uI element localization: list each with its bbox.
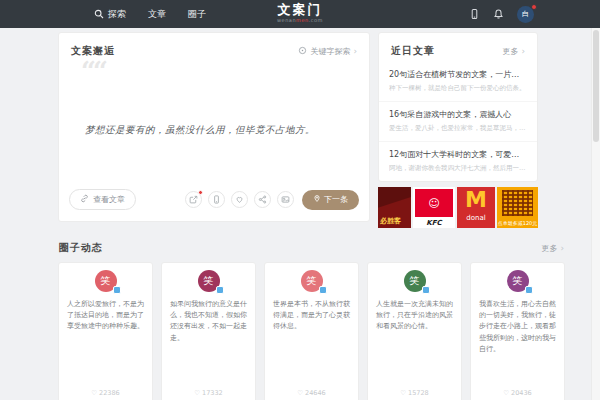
quote-text: 梦想还是要有的，虽然没什么用，但毕竟不占地方。	[85, 124, 349, 137]
site-domain: wenanmen.com	[277, 17, 323, 23]
post-likes[interactable]: ♡ 17332	[162, 389, 255, 397]
post-avatar: 笑	[95, 270, 117, 292]
ad-tile-pizza-hut[interactable]: 必胜客	[378, 187, 411, 228]
ad-tile-mcdonalds[interactable]: M donal	[457, 187, 495, 228]
mcdonalds-arches-icon: M	[465, 187, 487, 213]
article-subtitle: 阿地，谢谢你教会我四大洋七大洲，然后用一张试...	[389, 164, 527, 173]
article-title: 16句采自游戏中的文案，震撼人心	[389, 109, 527, 120]
like-count: 24646	[305, 389, 326, 397]
ad-tile-kfc[interactable]: ☺ KFC	[413, 187, 455, 228]
verified-badge-icon	[216, 286, 224, 294]
scrollbar-thumb[interactable]	[593, 30, 599, 142]
verified-badge-icon	[113, 286, 121, 294]
chevron-right-icon: ›	[560, 244, 564, 253]
post-likes[interactable]: ♡ 20436	[471, 389, 564, 397]
article-subtitle: 爱生活，爱八卦，也爱拉家常，我是草泥马，四天...	[389, 124, 527, 133]
article-title: 12句面对十大学科时的文案，可爱的表达了无...	[389, 149, 527, 160]
post-text: 人生就是一次充满未知的旅行，只在乎沿途的风景和看风景的心情。	[376, 299, 453, 333]
verified-badge-icon	[319, 286, 327, 294]
like-icon: ♡	[503, 389, 509, 397]
like-count: 20436	[511, 389, 532, 397]
article-item[interactable]: 16句采自游戏中的文案，震撼人心 爱生活，爱八卦，也爱拉家常，我是草泥马，四天.…	[379, 101, 537, 141]
post-text: 如果问我旅行的意义是什么，我也不知道，假如你还没有出发，不如一起走走。	[170, 299, 247, 344]
page-content: 文案邂逅 关键字探索 › ““ 梦想还是要有的，虽然没什么用，但毕竟不占地方。	[58, 32, 565, 400]
article-subtitle: 种下一棵树，就是给自己留下一份爱心的信条。	[389, 84, 527, 93]
user-avatar[interactable]: 白	[517, 6, 534, 23]
next-quote-button[interactable]: 下一条	[302, 190, 359, 210]
post-card[interactable]: 笑 人生就是一次充满未知的旅行，只在乎沿途的风景和看风景的心情。 ♡ 15728	[367, 262, 462, 400]
view-article-button[interactable]: 查看文章	[69, 189, 136, 210]
post-likes[interactable]: ♡ 22386	[59, 389, 152, 397]
like-icon: ♡	[91, 389, 97, 397]
publish-button[interactable]	[185, 191, 202, 208]
nav-label-explore: 探索	[108, 8, 126, 21]
publish-badge	[198, 190, 203, 195]
search-icon	[94, 9, 104, 19]
post-avatar: 笑	[198, 270, 220, 292]
kfc-label: KFC	[413, 217, 455, 228]
post-card[interactable]: 笑 世界是本书，不从旅行获得满足，而是为了心灵获得休息。 ♡ 24646	[264, 262, 359, 400]
quote-mark-icon: ““	[81, 56, 105, 86]
post-likes[interactable]: ♡ 15728	[368, 389, 461, 397]
chevron-right-icon: ›	[353, 47, 357, 56]
page-scrollbar	[591, 28, 600, 400]
pin-icon	[313, 194, 321, 205]
next-quote-label: 下一条	[324, 194, 348, 205]
post-text: 我喜欢生活，用心去自然的一切美好，我旅行，徒步行走在小路上，观看那些我所到的，这…	[479, 299, 556, 355]
food-ad-banner: 必胜客 ☺ KFC M donal 点单最多减120元	[378, 187, 538, 228]
share-button[interactable]	[254, 191, 271, 208]
circle-section-title: 圈子动态	[59, 241, 103, 255]
site-title: 文案门	[277, 2, 323, 17]
ad-tile-qr-coupon[interactable]: 点单最多减120元	[497, 187, 538, 228]
like-count: 17332	[202, 389, 223, 397]
post-avatar: 笑	[301, 270, 323, 292]
notifications-bell-icon[interactable]	[493, 8, 504, 20]
post-avatar: 笑	[507, 270, 529, 292]
top-navbar: 探索 文章 圈子 文案门 wenanmen.com 白	[0, 0, 600, 28]
post-card[interactable]: 笑 如果问我旅行的意义是什么，我也不知道，假如你还没有出发，不如一起走走。 ♡ …	[161, 262, 256, 400]
site-logo[interactable]: 文案门 wenanmen.com	[277, 2, 323, 23]
verified-badge-icon	[525, 286, 533, 294]
phone-view-button[interactable]	[208, 191, 225, 208]
post-card[interactable]: 笑 我喜欢生活，用心去自然的一切美好，我旅行，徒步行走在小路上，观看那些我所到的…	[470, 262, 565, 400]
keyword-explore-label: 关键字探索	[310, 46, 350, 57]
notification-badge	[531, 4, 537, 10]
like-icon: ♡	[194, 389, 200, 397]
post-likes[interactable]: ♡ 24646	[265, 389, 358, 397]
like-icon: ♡	[400, 389, 406, 397]
navbar-right: 白	[469, 0, 534, 28]
circle-more-link[interactable]: 更多 ›	[541, 243, 564, 254]
circle-posts: 笑 人之所以爱旅行，不是为了抵达目的地，而是为了享受旅途中的种种乐趣。 ♡ 22…	[58, 262, 565, 400]
nav-menu: 探索 文章 圈子	[94, 8, 206, 21]
link-icon	[80, 194, 89, 205]
mobile-app-icon[interactable]	[469, 8, 480, 20]
article-title: 20句适合在植树节发的文案，一片绿色，净化...	[389, 69, 527, 80]
pizza-hut-label: 必胜客	[380, 216, 401, 226]
like-heart-button[interactable]	[231, 191, 248, 208]
recent-articles-card: 近日文章 更多 › 20句适合在植树节发的文案，一片绿色，净化... 种下一棵树…	[378, 32, 538, 182]
image-card-button[interactable]	[277, 191, 294, 208]
post-text: 世界是本书，不从旅行获得满足，而是为了心灵获得休息。	[273, 299, 350, 333]
view-article-label: 查看文章	[93, 194, 125, 205]
qr-code-icon	[502, 190, 533, 216]
recent-articles-title: 近日文章	[391, 44, 435, 58]
nav-label-articles: 文章	[148, 8, 166, 21]
post-text: 人之所以爱旅行，不是为了抵达目的地，而是为了享受旅途中的种种乐趣。	[67, 299, 144, 333]
encounter-toolbar: 查看文章	[59, 189, 369, 221]
mcdonalds-label: donal	[466, 213, 485, 223]
verified-badge-icon	[422, 286, 430, 294]
nav-item-circles[interactable]: 圈子	[188, 8, 206, 21]
post-avatar: 笑	[404, 270, 426, 292]
kfc-colonel-icon: ☺	[415, 189, 453, 217]
recent-more-link[interactable]: 更多 ›	[502, 46, 525, 57]
quote-encounter-card: 文案邂逅 关键字探索 › ““ 梦想还是要有的，虽然没什么用，但毕竟不占地方。	[58, 32, 370, 222]
keyword-explore-link[interactable]: 关键字探索 ›	[298, 46, 357, 57]
nav-item-explore[interactable]: 探索	[94, 8, 126, 21]
chevron-right-icon: ›	[521, 47, 525, 56]
like-icon: ♡	[297, 389, 303, 397]
nav-item-articles[interactable]: 文章	[148, 8, 166, 21]
post-card[interactable]: 笑 人之所以爱旅行，不是为了抵达目的地，而是为了享受旅途中的种种乐趣。 ♡ 22…	[58, 262, 153, 400]
article-item[interactable]: 12句面对十大学科时的文案，可爱的表达了无... 阿地，谢谢你教会我四大洋七大洲…	[379, 141, 537, 181]
article-item[interactable]: 20句适合在植树节发的文案，一片绿色，净化... 种下一棵树，就是给自己留下一份…	[379, 62, 537, 101]
avatar-initial: 白	[522, 9, 529, 19]
